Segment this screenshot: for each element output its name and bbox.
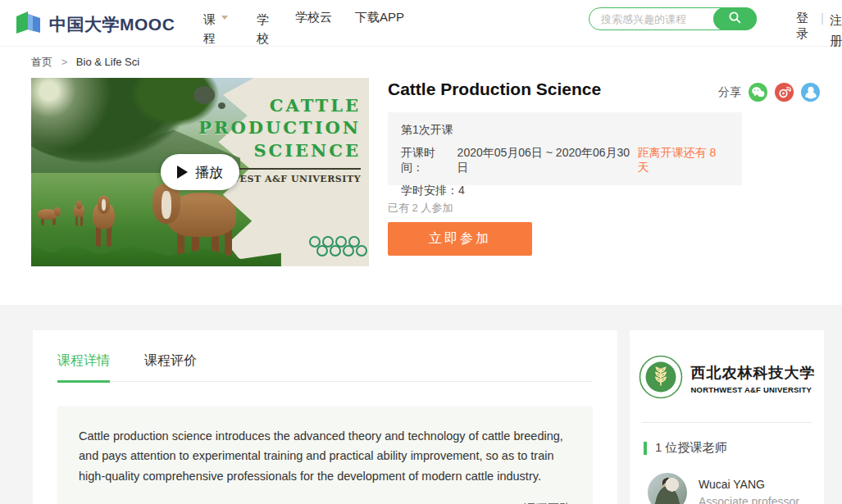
breadcrumb-category[interactable]: Bio & Life Sci	[76, 56, 139, 68]
teacher-title: Associate professor	[699, 495, 799, 504]
site-logo-text: 中国大学MOOC	[49, 13, 175, 36]
register-link[interactable]: 注册	[830, 11, 842, 52]
university-names: 西北农林科技大学 NORTHWEST A&F UNIVERSITY	[691, 363, 816, 394]
search-box	[589, 7, 757, 30]
share-bar: 分享	[718, 83, 820, 102]
banner-course-title: CATTLE PRODUCTION SCIENCE	[198, 94, 361, 161]
session-label: 第1次开课	[401, 123, 453, 138]
nav-item-schools[interactable]: 学校	[257, 10, 271, 48]
tab-course-details[interactable]: 课程详情	[57, 352, 110, 383]
course-schedule-box: 第1次开课 开课时间： 2020年05月06日 ~ 2020年06月30日 距离…	[388, 112, 742, 185]
chevron-down-icon	[221, 16, 228, 20]
tab-course-reviews[interactable]: 课程评价	[144, 352, 197, 381]
teacher-name: Wucai YANG	[699, 478, 799, 491]
auth-separator: |	[821, 11, 824, 52]
auth-links: 登录 | 注册	[796, 11, 842, 52]
participants-count: 已有 2 人参加	[388, 201, 453, 216]
cow-small-2	[74, 201, 85, 227]
breadcrumb-home[interactable]: 首页	[31, 56, 52, 68]
sidebar-divider	[642, 422, 812, 423]
play-button[interactable]: 播放	[161, 154, 239, 190]
university-teacher-card: 西北农林科技大学 NORTHWEST A&F UNIVERSITY 1 位授课老…	[630, 330, 824, 504]
lower-section: 课程详情 课程评价 Cattle production science intr…	[0, 305, 842, 504]
countdown-text: 距离开课还有 8 天	[638, 146, 729, 175]
course-detail-card: 课程详情 课程评价 Cattle production science intr…	[33, 330, 617, 504]
teacher-row[interactable]: Wucai YANG Associate professor	[648, 473, 824, 504]
top-navbar: 中国大学MOOC 课程 学校 学校云 下载APP 登录 | 注册	[0, 0, 842, 47]
course-banner[interactable]: CATTLE PRODUCTION SCIENCE NORTHWEST A&F …	[31, 78, 369, 266]
qq-share-icon[interactable]	[801, 83, 820, 102]
search-input[interactable]	[589, 8, 712, 30]
nav-item-school-cloud[interactable]: 学校云	[295, 10, 332, 25]
teacher-info: Wucai YANG Associate professor	[699, 478, 799, 504]
teachers-header-label: 1 位授课老师	[655, 440, 727, 456]
teacher-avatar	[648, 473, 687, 504]
play-icon	[177, 166, 188, 179]
schedule-value: 2020年05月06日 ~ 2020年06月30日	[457, 146, 638, 175]
mooc-logo-icon	[15, 11, 42, 38]
share-label: 分享	[718, 85, 741, 100]
course-description-text: Cattle production science introduces the…	[79, 426, 571, 486]
nav-item-download-app[interactable]: 下载APP	[355, 10, 404, 25]
banner-sun-flare	[31, 78, 138, 160]
hours-value: 4	[458, 184, 465, 198]
wechat-share-icon[interactable]	[749, 83, 767, 102]
play-label: 播放	[195, 163, 223, 182]
login-link[interactable]: 登录	[796, 11, 815, 52]
cow-medium	[92, 196, 116, 248]
banner-rings-decoration	[309, 236, 367, 257]
university-name-en: NORTHWEST A&F UNIVERSITY	[691, 385, 816, 394]
teachers-header: 1 位授课老师	[644, 440, 824, 456]
breadcrumb: 首页 > Bio & Life Sci	[31, 55, 139, 70]
university-block[interactable]: 西北农林科技大学 NORTHWEST A&F UNIVERSITY	[630, 330, 824, 402]
course-hero: CATTLE PRODUCTION SCIENCE NORTHWEST A&F …	[31, 78, 824, 266]
hours-label: 学时安排：	[401, 184, 458, 198]
course-description-box: Cattle production science introduces the…	[57, 406, 593, 504]
site-logo[interactable]: 中国大学MOOC	[15, 11, 175, 38]
university-emblem-icon	[639, 355, 683, 402]
search-icon	[728, 11, 742, 27]
page-title: Cattle Production Science	[388, 79, 601, 99]
university-name-cn: 西北农林科技大学	[691, 363, 816, 383]
cow-small	[38, 207, 61, 227]
green-bar-decoration	[644, 442, 647, 455]
enroll-button[interactable]: 立即参加	[388, 222, 532, 256]
breadcrumb-separator: >	[61, 56, 68, 68]
course-description-signature: —— 课程团队	[79, 498, 571, 504]
search-button[interactable]	[713, 7, 757, 30]
schedule-label: 开课时间：	[401, 146, 457, 175]
nav-item-courses[interactable]: 课程	[203, 10, 228, 48]
weibo-share-icon[interactable]	[775, 83, 794, 102]
course-tabs: 课程详情 课程评价	[57, 330, 593, 382]
